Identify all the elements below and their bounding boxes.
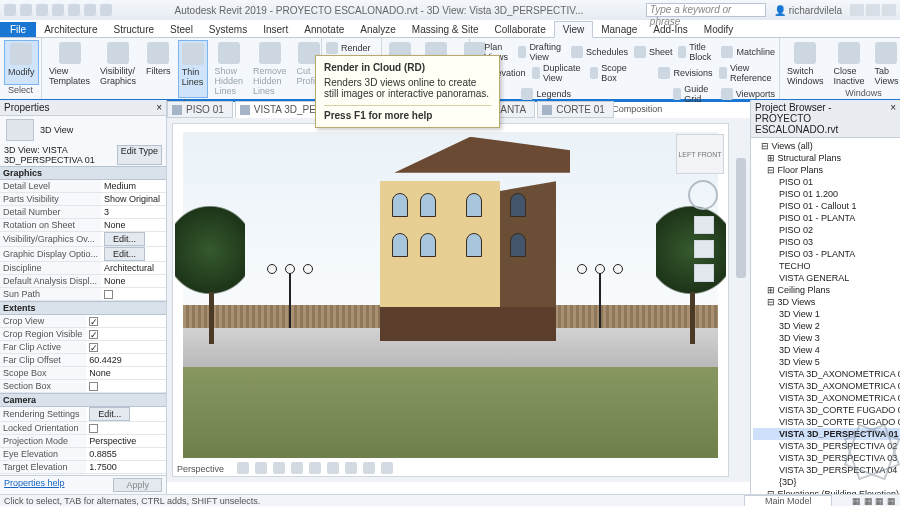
tree-leaf[interactable]: 3D View 3: [753, 332, 900, 344]
qat-save-icon[interactable]: [36, 4, 48, 16]
prop-value[interactable]: [86, 341, 166, 354]
sign-in-user[interactable]: 👤 richardvilela: [774, 5, 842, 16]
tree-leaf[interactable]: VISTA 3D_AXONOMETRICA 01: [753, 368, 900, 380]
gfx-visibility--button[interactable]: Visibility/Graphics: [97, 40, 139, 98]
cmd-scope-box[interactable]: Scope Box: [590, 63, 631, 83]
help-search-input[interactable]: Type a keyword or phrase: [646, 3, 766, 17]
tree-leaf[interactable]: 3D View 1: [753, 308, 900, 320]
tree-leaf[interactable]: PISO 01 - PLANTA: [753, 212, 900, 224]
properties-close-icon[interactable]: ×: [156, 102, 162, 113]
doc-tab-0[interactable]: PISO 01: [167, 101, 233, 118]
status-icons[interactable]: ▦ ▦ ▦ ▦: [852, 496, 896, 506]
properties-help-link[interactable]: Properties help: [4, 478, 65, 492]
prop-value[interactable]: Edit...: [86, 407, 166, 422]
modify-button[interactable]: Modify: [4, 40, 39, 85]
detail-icon[interactable]: [255, 462, 267, 474]
prop-value[interactable]: Edit...: [101, 247, 166, 262]
tree-node[interactable]: ⊞ Ceiling Plans: [753, 284, 900, 296]
ribbon-tab-modify[interactable]: Modify: [696, 22, 741, 37]
prop-value[interactable]: Architectural: [101, 262, 166, 275]
tree-node[interactable]: ⊟ 3D Views: [753, 296, 900, 308]
tree-leaf[interactable]: PISO 03 - PLANTA: [753, 248, 900, 260]
cmd-matchline[interactable]: Matchline: [721, 42, 775, 62]
win-switch-button[interactable]: SwitchWindows: [784, 40, 827, 88]
viewport-scrollbar[interactable]: [734, 118, 748, 482]
gfx-view-button[interactable]: ViewTemplates: [46, 40, 93, 98]
type-selector[interactable]: 3D View: [0, 116, 166, 144]
prop-value[interactable]: Show Original: [101, 193, 166, 206]
maximize-button[interactable]: [866, 4, 880, 16]
prop-value[interactable]: [86, 422, 166, 435]
ribbon-tab-massing-site[interactable]: Massing & Site: [404, 22, 487, 37]
pan-icon[interactable]: [694, 216, 714, 234]
ribbon-tab-collaborate[interactable]: Collaborate: [487, 22, 554, 37]
visual-style-icon[interactable]: [273, 462, 285, 474]
prop-value[interactable]: [86, 328, 166, 341]
qat-measure-icon[interactable]: [100, 4, 112, 16]
prop-value[interactable]: [86, 380, 166, 393]
doc-tab-4[interactable]: CORTE 01: [537, 101, 614, 118]
qat-redo-icon[interactable]: [68, 4, 80, 16]
qat-print-icon[interactable]: [84, 4, 96, 16]
prop-value[interactable]: 60.4429: [86, 354, 166, 367]
project-browser-close-icon[interactable]: ×: [890, 102, 896, 135]
gfx-remove-button[interactable]: RemoveHidden Lines: [250, 40, 290, 98]
ribbon-tab-file[interactable]: File: [0, 22, 36, 37]
scale-icon[interactable]: [237, 462, 249, 474]
prop-value[interactable]: 3: [101, 206, 166, 219]
prop-value[interactable]: [86, 315, 166, 328]
cmd-sheet[interactable]: Sheet: [634, 42, 673, 62]
render-button[interactable]: Render: [326, 42, 377, 54]
tree-leaf[interactable]: PISO 03: [753, 236, 900, 248]
crop-region-icon[interactable]: [345, 462, 357, 474]
cmd-schedules[interactable]: Schedules: [571, 42, 628, 62]
tree-leaf[interactable]: VISTA GENERAL: [753, 272, 900, 284]
cmd-drafting-view[interactable]: Drafting View: [518, 42, 565, 62]
sunpath-icon[interactable]: [291, 462, 303, 474]
minimize-button[interactable]: [850, 4, 864, 16]
ribbon-tab-insert[interactable]: Insert: [255, 22, 296, 37]
apply-button[interactable]: Apply: [113, 478, 162, 492]
tree-leaf[interactable]: 3D View 5: [753, 356, 900, 368]
tree-leaf[interactable]: VISTA 3D_AXONOMETRICA 04: [753, 392, 900, 404]
tree-leaf[interactable]: PISO 02: [753, 224, 900, 236]
view-cube[interactable]: LEFT FRONT: [676, 134, 724, 174]
prop-value[interactable]: None: [86, 367, 166, 380]
tree-node[interactable]: ⊞ Structural Plans: [753, 152, 900, 164]
tree-leaf[interactable]: 3D View 4: [753, 344, 900, 356]
tree-leaf[interactable]: PISO 01 - Callout 1: [753, 200, 900, 212]
ribbon-tab-systems[interactable]: Systems: [201, 22, 255, 37]
tree-leaf[interactable]: VISTA 3D_AXONOMETRICA 02: [753, 380, 900, 392]
orbit-icon[interactable]: [694, 264, 714, 282]
cmd-duplicate-view[interactable]: Duplicate View: [532, 63, 585, 83]
ribbon-tab-structure[interactable]: Structure: [105, 22, 162, 37]
gfx-show-button[interactable]: ShowHidden Lines: [212, 40, 247, 98]
ribbon-tab-analyze[interactable]: Analyze: [352, 22, 404, 37]
shadows-icon[interactable]: [309, 462, 321, 474]
drawing-area[interactable]: Perspective LEFT FRONT: [173, 124, 728, 476]
cmd-view-reference[interactable]: View Reference: [719, 63, 776, 83]
ribbon-tab-annotate[interactable]: Annotate: [296, 22, 352, 37]
qat-home-icon[interactable]: [4, 4, 16, 16]
prop-value[interactable]: [101, 288, 166, 301]
tree-leaf[interactable]: 3D View 2: [753, 320, 900, 332]
prop-value[interactable]: 1.7500: [86, 461, 166, 474]
tree-leaf[interactable]: TECHO: [753, 260, 900, 272]
cmd-title-block[interactable]: Title Block: [678, 42, 715, 62]
tree-leaf[interactable]: PISO 01: [753, 176, 900, 188]
prop-category-camera[interactable]: Camera: [0, 393, 166, 407]
close-button[interactable]: [882, 4, 896, 16]
qat-undo-icon[interactable]: [52, 4, 64, 16]
prop-value[interactable]: Medium: [101, 180, 166, 193]
ribbon-tab-view[interactable]: View: [554, 21, 594, 38]
edit-type-button[interactable]: Edit Type: [117, 145, 162, 165]
win-tab-button[interactable]: TabViews: [872, 40, 900, 88]
prop-value[interactable]: 0.8855: [86, 448, 166, 461]
save-orient-icon[interactable]: [381, 462, 393, 474]
gfx-filters-button[interactable]: Filters: [143, 40, 174, 98]
qat-open-icon[interactable]: [20, 4, 32, 16]
view-control-bar[interactable]: [237, 462, 393, 474]
crop-icon[interactable]: [327, 462, 339, 474]
cmd-revisions[interactable]: Revisions: [658, 63, 712, 83]
ribbon-tab-steel[interactable]: Steel: [162, 22, 201, 37]
